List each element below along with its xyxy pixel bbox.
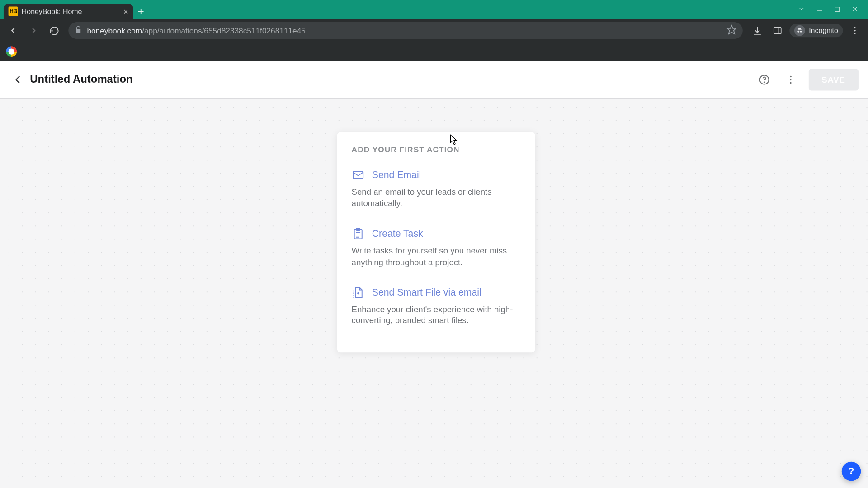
action-title: Send Email xyxy=(372,170,421,181)
more-menu-icon[interactable] xyxy=(782,71,799,88)
favicon-icon: HB xyxy=(9,7,18,16)
url-text: honeybook.com/app/automations/655d82338c… xyxy=(87,26,305,35)
page-title: Untitled Automation xyxy=(30,73,132,86)
action-title: Send Smart File via email xyxy=(372,287,481,298)
minimize-icon[interactable] xyxy=(816,4,823,15)
action-description: Enhance your client's experience with hi… xyxy=(352,304,521,326)
svg-point-7 xyxy=(798,31,800,33)
reload-button[interactable] xyxy=(46,22,62,39)
help-icon[interactable] xyxy=(755,71,772,88)
google-bookmark-icon[interactable] xyxy=(6,46,17,57)
app-back-button[interactable] xyxy=(9,71,26,88)
svg-point-8 xyxy=(800,31,802,33)
help-fab-label: ? xyxy=(849,466,854,477)
app-header: Untitled Automation SAVE xyxy=(0,61,868,98)
svg-point-11 xyxy=(854,33,856,34)
svg-rect-5 xyxy=(774,28,781,34)
add-action-card: ADD YOUR FIRST ACTION Send Email Send an… xyxy=(337,132,535,353)
action-create-task[interactable]: Create Task Write tasks for yourself so … xyxy=(352,220,521,279)
browser-toolbar: honeybook.com/app/automations/655d82338c… xyxy=(0,19,868,42)
window-titlebar: HB HoneyBook: Home × + xyxy=(0,0,868,19)
help-fab[interactable]: ? xyxy=(842,462,861,481)
incognito-badge[interactable]: Incognito xyxy=(790,24,843,37)
svg-point-16 xyxy=(790,82,792,84)
svg-point-10 xyxy=(854,30,856,32)
downloads-icon[interactable] xyxy=(749,22,765,39)
maximize-icon[interactable] xyxy=(834,4,841,15)
address-bar[interactable]: honeybook.com/app/automations/655d82338c… xyxy=(68,22,743,39)
new-tab-button[interactable]: + xyxy=(133,4,149,19)
card-heading: ADD YOUR FIRST ACTION xyxy=(352,145,521,154)
lock-icon xyxy=(75,25,82,36)
action-description: Write tasks for yourself so you never mi… xyxy=(352,245,521,267)
favicon-text: HB xyxy=(9,9,17,14)
close-tab-icon[interactable]: × xyxy=(123,7,128,16)
bookmark-star-icon[interactable] xyxy=(726,24,737,37)
incognito-icon xyxy=(794,25,805,36)
incognito-label: Incognito xyxy=(809,26,838,35)
nav-forward-button[interactable] xyxy=(25,22,42,39)
email-icon xyxy=(352,169,365,182)
svg-point-14 xyxy=(790,75,792,77)
action-send-smart-file[interactable]: Send Smart File via email Enhance your c… xyxy=(352,278,521,337)
action-send-email[interactable]: Send Email Send an email to your leads o… xyxy=(352,165,521,220)
action-description: Send an email to your leads or clients a… xyxy=(352,187,521,209)
chevron-down-icon[interactable] xyxy=(798,4,805,15)
svg-marker-4 xyxy=(727,25,736,34)
clipboard-icon xyxy=(352,227,365,240)
svg-point-15 xyxy=(790,79,792,80)
svg-point-13 xyxy=(764,81,764,82)
side-panel-icon[interactable] xyxy=(769,22,786,39)
bookmark-bar xyxy=(0,42,868,61)
action-title: Create Task xyxy=(372,228,423,239)
window-close-icon[interactable] xyxy=(851,4,859,15)
svg-rect-1 xyxy=(835,7,840,12)
browser-tab-title: HoneyBook: Home xyxy=(22,7,120,16)
save-button[interactable]: SAVE xyxy=(808,69,859,90)
browser-tab[interactable]: HB HoneyBook: Home × xyxy=(4,4,133,19)
svg-point-9 xyxy=(854,27,856,29)
file-plus-icon xyxy=(352,286,365,299)
nav-back-button[interactable] xyxy=(5,22,22,39)
browser-menu-icon[interactable] xyxy=(846,22,863,39)
svg-rect-17 xyxy=(353,171,363,179)
automation-canvas[interactable]: ADD YOUR FIRST ACTION Send Email Send an… xyxy=(0,99,868,488)
